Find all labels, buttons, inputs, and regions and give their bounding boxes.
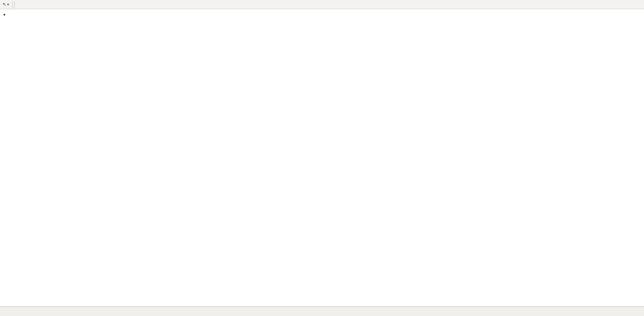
- tab-scrollers: [640, 307, 642, 316]
- toolbar-grip[interactable]: [12, 2, 15, 8]
- cursor-tool-icon[interactable]: ↖: [2, 2, 6, 7]
- chart-canvas[interactable]: [0, 10, 644, 306]
- toolbar-dropdown-icon[interactable]: ▾: [7, 2, 9, 6]
- trading-platform-window: { "toolbar": { "timeframes": ["M1","M5",…: [0, 0, 644, 316]
- toolbar: ↖ ▾: [0, 0, 644, 9]
- chart-area[interactable]: ▼: [0, 10, 644, 306]
- chart-tab-bar: [0, 306, 644, 316]
